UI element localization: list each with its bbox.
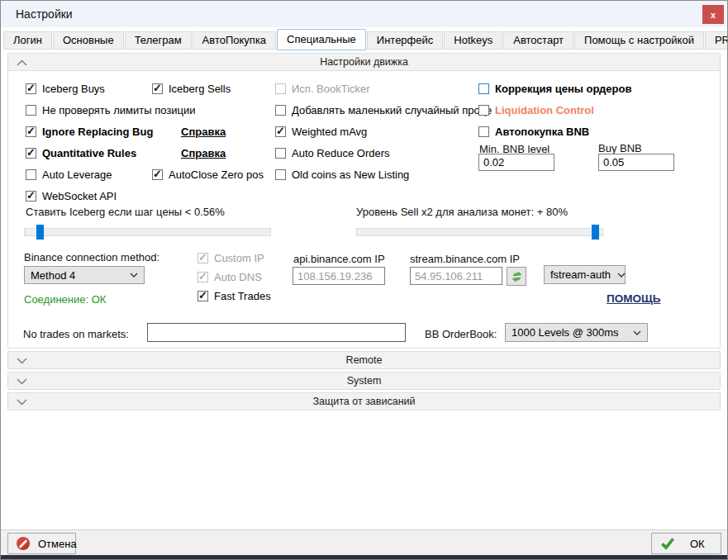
section-title: Remote	[346, 354, 383, 366]
tab-autobuy[interactable]: АвтоПокупка	[193, 31, 276, 50]
help-link-quantitative-rules[interactable]: Справка	[181, 147, 226, 159]
bb-orderbook-select[interactable]: 1000 Levels @ 300ms	[505, 323, 648, 342]
checkbox-box	[275, 83, 286, 94]
checkbox-box	[275, 126, 286, 137]
window-bottom-strip	[1, 555, 727, 559]
checkbox-box	[26, 169, 36, 180]
chevron-down-icon	[17, 399, 27, 406]
tab-setup-help[interactable]: Помощь с настройкой	[574, 31, 704, 50]
refresh-ip-button[interactable]	[507, 267, 526, 286]
checkbox-box	[478, 126, 489, 137]
checkbox-box	[197, 272, 208, 282]
tab-bar: Логин Основные Телеграм АвтоПокупка Спец…	[1, 27, 727, 50]
checkbox-box	[197, 253, 208, 263]
min-bnb-level-input[interactable]	[478, 154, 554, 171]
checkbox-auto-dns: Auto DNS	[197, 271, 262, 283]
no-trades-input[interactable]	[147, 323, 406, 342]
tab-autostart[interactable]: Автостарт	[503, 31, 573, 50]
section-header-engine-settings[interactable]: Настройки движка	[7, 53, 721, 71]
checkbox-old-coins-new-listing[interactable]: Old coins as New Listing	[275, 168, 409, 181]
close-button[interactable]: x	[702, 5, 724, 24]
selected-method: Method 4	[31, 269, 75, 282]
help-link-main[interactable]: ПОМОЩЬ	[607, 292, 660, 305]
slider-thumb[interactable]	[36, 225, 44, 240]
checkbox-use-bookticker: Исп. BookTicker	[275, 83, 370, 95]
window-title: Настройки	[16, 7, 73, 21]
chevron-down-icon	[633, 330, 641, 335]
checkbox-iceberg-buys[interactable]: Iceberg Buys	[26, 83, 105, 95]
connection-status: Соединение: ОК	[24, 293, 106, 306]
iceberg-slider-label: Ставить Iceberg если шаг цены < 0.56%	[26, 206, 225, 218]
api-ip-input[interactable]	[293, 267, 385, 285]
checkbox-autobuy-bnb[interactable]: Автопокупка BNB	[478, 126, 589, 138]
checkbox-liquidation-control[interactable]: Liquidation Control	[478, 104, 594, 116]
checkbox-weighted-mavg[interactable]: Weighted mAvg	[275, 126, 367, 138]
chevron-up-icon	[17, 59, 27, 66]
checkbox-custom-ip: Custom IP	[197, 252, 264, 264]
bb-orderbook-label: BB OrderBook:	[425, 328, 497, 340]
checkbox-box	[26, 148, 36, 159]
checkbox-add-random-percent[interactable]: Добавлять маленький случайный проце	[275, 104, 492, 116]
section-title: Настройки движка	[320, 56, 408, 68]
chevron-down-icon	[17, 378, 27, 385]
checkbox-autoclose-zero-pos[interactable]: AutoClose Zero pos	[152, 168, 264, 181]
section-header-remote[interactable]: Remote	[7, 351, 721, 369]
chevron-down-icon	[617, 273, 626, 278]
checkbox-ignore-replacing-bug[interactable]: Ignore Replacing Bug	[26, 126, 153, 138]
checkbox-box	[26, 105, 36, 116]
checkbox-no-position-limit-check[interactable]: Не проверять лимиты позиции	[26, 104, 195, 116]
tab-login[interactable]: Логин	[3, 31, 52, 50]
stream-ip-input[interactable]	[410, 267, 502, 285]
checkbox-websocket-api[interactable]: WebSocket API	[26, 190, 117, 202]
stream-mode-select[interactable]: fstream-auth	[544, 265, 626, 284]
checkbox-iceberg-sells[interactable]: Iceberg Sells	[152, 83, 231, 95]
tab-hotkeys[interactable]: Hotkeys	[444, 31, 502, 50]
cancel-button[interactable]: Отмена	[7, 533, 76, 554]
tab-special[interactable]: Специальные	[277, 29, 366, 50]
check-icon	[660, 537, 675, 550]
iceberg-step-slider[interactable]	[24, 225, 271, 240]
checkbox-box	[275, 169, 286, 180]
cancel-icon	[17, 537, 30, 550]
chevron-down-icon	[17, 358, 27, 364]
checkbox-box	[478, 83, 489, 94]
connection-method-select[interactable]: Method 4	[24, 266, 145, 284]
tab-telegram[interactable]: Телеграм	[125, 31, 192, 50]
tab-main[interactable]: Основные	[53, 31, 124, 50]
tab-interface[interactable]: Интерфейс	[367, 31, 443, 50]
checkbox-box	[478, 105, 489, 116]
refresh-icon	[511, 271, 523, 282]
checkbox-box	[152, 83, 163, 94]
checkbox-box	[152, 169, 163, 180]
checkbox-box	[26, 83, 36, 94]
checkbox-quantitative-rules[interactable]: Quantitative Rules	[26, 147, 136, 159]
tab-pro[interactable]: PRO	[705, 31, 728, 50]
checkbox-auto-reduce-orders[interactable]: Auto Reduce Orders	[275, 147, 390, 159]
titlebar: Настройки x	[1, 1, 727, 27]
footer-bar: Отмена ОК	[1, 529, 727, 555]
sell-x2-level-slider[interactable]	[356, 225, 603, 240]
checkbox-box	[275, 148, 286, 159]
section-header-freeze-protection[interactable]: Защита от зависаний	[7, 392, 721, 411]
checkbox-auto-leverage[interactable]: Auto Leverage	[26, 168, 112, 181]
checkbox-box	[26, 191, 36, 202]
connection-method-label: Binance connection method:	[24, 251, 159, 263]
checkbox-order-price-correction[interactable]: Коррекция цены ордеров	[478, 83, 631, 95]
chevron-down-icon	[130, 273, 138, 278]
checkbox-box	[26, 126, 36, 137]
help-link-replacing-bug[interactable]: Справка	[181, 126, 226, 138]
section-header-system[interactable]: System	[7, 372, 721, 390]
api-ip-label: api.binance.com IP	[293, 253, 385, 265]
ok-button[interactable]: ОК	[651, 533, 721, 554]
slider-track	[356, 228, 603, 236]
stream-ip-label: stream.binance.com IP	[410, 253, 520, 265]
selected-stream-mode: fstream-auth	[550, 268, 611, 281]
section-title: System	[347, 375, 382, 387]
checkbox-fast-trades[interactable]: Fast Trades	[197, 290, 271, 302]
slider-track	[24, 228, 271, 236]
buy-bnb-label: Buy BNB	[598, 142, 642, 154]
buy-bnb-input[interactable]	[598, 154, 674, 171]
engine-settings-panel: Iceberg Buys Iceberg Sells Исп. BookTick…	[7, 71, 721, 349]
slider-thumb[interactable]	[592, 225, 599, 240]
checkbox-box	[197, 291, 208, 301]
